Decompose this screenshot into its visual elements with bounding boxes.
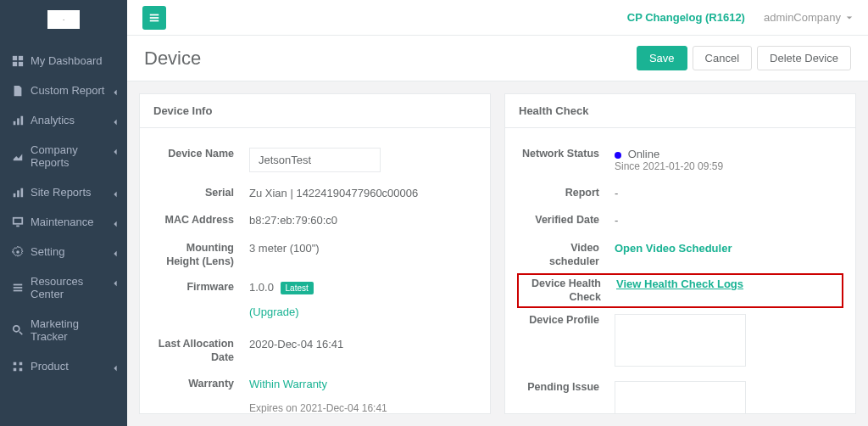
svg-rect-0 [13, 55, 17, 59]
svg-point-12 [16, 250, 19, 254]
warranty-status[interactable]: Within Warranty [249, 378, 327, 390]
delete-device-button[interactable]: Delete Device [757, 46, 851, 70]
panel-title: Device Info [140, 94, 490, 128]
device-health-check-row: Device Health Check View Health Check Lo… [517, 273, 843, 308]
svg-rect-17 [14, 362, 17, 365]
chevron-left-icon [112, 86, 119, 98]
sidebar-item-marketing[interactable]: Marketing Tracker [0, 309, 127, 351]
sidebar-item-label: Site Reports [31, 186, 92, 199]
network-status-value: Online [628, 148, 660, 160]
chevron-left-icon [112, 362, 119, 374]
sidebar-item-site-reports[interactable]: Site Reports [0, 177, 127, 207]
sidebar-item-label: Marketing Tracker [31, 317, 117, 343]
document-icon [12, 85, 24, 97]
mac-label: MAC Address [153, 213, 234, 227]
line-chart-icon [12, 150, 24, 162]
svg-rect-20 [19, 367, 23, 371]
svg-rect-22 [150, 17, 159, 19]
pending-issue-box [615, 381, 746, 414]
sidebar: · My Dashboard Custom Report Analytics C… [0, 0, 127, 426]
sidebar-item-resources[interactable]: Resources Center [0, 266, 127, 309]
pending-issue-label: Pending Issue [519, 380, 599, 394]
svg-rect-14 [14, 287, 23, 289]
verified-value: - [615, 213, 842, 227]
sidebar-item-label: Custom Report [31, 84, 104, 97]
mac-value: b8:27:eb:79:60:c0 [249, 213, 476, 227]
grid-icon [12, 361, 24, 373]
svg-rect-18 [19, 362, 23, 365]
upgrade-link[interactable]: (Upgrade) [249, 305, 299, 318]
report-value: - [615, 186, 842, 199]
svg-rect-19 [14, 367, 17, 371]
chevron-left-icon [112, 145, 119, 158]
sidebar-item-label: Maintenance [31, 216, 93, 228]
report-label: Report [519, 186, 599, 199]
health-check-panel: Health Check Network Status Online Since… [504, 93, 856, 414]
firmware-label: Firmware [153, 280, 234, 294]
device-info-panel: Device Info Device Name Serial Zu Xian |… [139, 93, 491, 414]
menu-toggle-button[interactable] [142, 6, 166, 30]
alloc-label: Last Allocation Date [153, 337, 234, 365]
page-title: Device [144, 48, 201, 70]
page-header: Device Save Cancel Delete Device [127, 36, 868, 81]
device-profile-box [615, 314, 746, 367]
monitor-icon [12, 216, 24, 228]
warranty-label: Warranty [153, 377, 234, 390]
device-name-input[interactable] [249, 148, 381, 172]
chevron-left-icon [112, 115, 119, 128]
sidebar-item-dashboard[interactable]: My Dashboard [0, 46, 127, 76]
sidebar-item-company-reports[interactable]: Company Reports [0, 135, 127, 177]
bar-chart-icon [12, 187, 24, 199]
device-name-label: Device Name [153, 147, 234, 160]
svg-rect-7 [14, 193, 16, 196]
cancel-button[interactable]: Cancel [693, 46, 752, 70]
chevron-left-icon [112, 277, 119, 289]
user-menu[interactable]: adminCompany [764, 11, 853, 24]
bar-chart-icon [12, 115, 24, 126]
chevron-left-icon [112, 217, 119, 230]
search-icon [12, 324, 24, 336]
svg-rect-4 [14, 121, 16, 124]
logo: · [47, 10, 80, 29]
sidebar-item-label: Company Reports [31, 143, 117, 169]
sidebar-item-label: Analytics [31, 114, 75, 126]
svg-rect-9 [21, 188, 24, 197]
sidebar-item-maintenance[interactable]: Maintenance [0, 207, 127, 237]
device-profile-label: Device Profile [519, 313, 599, 327]
network-since: Since 2021-01-20 09:59 [615, 160, 842, 172]
sidebar-item-label: My Dashboard [31, 54, 103, 67]
warranty-expiry: Expires on 2021-Dec-04 16:41 [249, 402, 476, 414]
sidebar-item-product[interactable]: Product [0, 351, 127, 381]
list-icon [12, 282, 24, 294]
mount-label: Mounting Height (Lens) [153, 241, 234, 269]
view-health-check-logs-link[interactable]: View Health Check Logs [616, 277, 743, 290]
svg-point-16 [14, 326, 19, 332]
network-status-label: Network Status [519, 147, 599, 160]
dashboard-icon [12, 55, 24, 67]
sidebar-item-label: Setting [31, 245, 64, 258]
logo-area: · [0, 0, 127, 46]
sidebar-item-setting[interactable]: Setting [0, 237, 127, 266]
svg-rect-5 [17, 118, 19, 125]
sidebar-item-custom-report[interactable]: Custom Report [0, 76, 127, 105]
changelog-link[interactable]: CP Changelog (R1612) [627, 11, 745, 24]
chevron-left-icon [112, 188, 119, 200]
topbar: CP Changelog (R1612) adminCompany [127, 0, 868, 36]
chevron-down-icon [846, 14, 853, 21]
svg-rect-2 [13, 61, 17, 65]
save-button[interactable]: Save [637, 46, 687, 70]
sidebar-item-analytics[interactable]: Analytics [0, 105, 127, 135]
device-health-check-label: Device Health Check [520, 277, 601, 305]
firmware-badge: Latest [281, 282, 314, 294]
svg-rect-8 [17, 190, 19, 197]
verified-label: Verified Date [519, 213, 599, 227]
svg-rect-1 [19, 55, 23, 59]
svg-rect-11 [16, 225, 19, 227]
open-video-scheduler-link[interactable]: Open Video Scheduler [615, 242, 732, 255]
user-name: adminCompany [764, 11, 841, 24]
serial-value: Zu Xian | 14224190477960c00006 [249, 186, 476, 199]
hamburger-icon [148, 12, 160, 24]
serial-label: Serial [153, 186, 234, 199]
chevron-left-icon [112, 247, 119, 260]
panel-title: Health Check [505, 94, 855, 128]
